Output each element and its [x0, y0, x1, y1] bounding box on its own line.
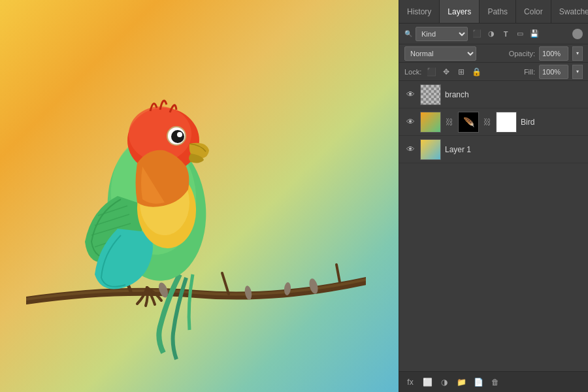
- tab-history[interactable]: History: [399, 0, 440, 23]
- panel-tabs: History Layers Paths Color Swatches: [399, 0, 588, 24]
- fill-label: Fill:: [524, 68, 535, 76]
- layer-white-bird: [496, 112, 517, 133]
- lock-label: Lock:: [404, 68, 421, 76]
- delete-icon[interactable]: 🗑: [489, 376, 501, 388]
- lock-all-icon[interactable]: 🔒: [470, 66, 482, 78]
- fill-arrow[interactable]: ▾: [572, 65, 583, 79]
- tab-color[interactable]: Color: [516, 0, 551, 23]
- lock-position-icon[interactable]: ✥: [440, 66, 452, 78]
- opacity-input[interactable]: [539, 46, 568, 61]
- svg-point-12: [177, 132, 182, 137]
- adjustment-filter-icon[interactable]: ◑: [485, 28, 497, 40]
- search-icon: 🔍: [404, 30, 412, 37]
- tab-swatches[interactable]: Swatches: [551, 0, 588, 23]
- lock-pixels-icon[interactable]: ⬛: [425, 66, 437, 78]
- layer-name-bird: Bird: [521, 118, 583, 127]
- svg-point-11: [171, 130, 184, 143]
- fill-input[interactable]: [539, 65, 568, 79]
- blend-mode-row: Normal Opacity: ▾: [399, 44, 588, 63]
- group-icon[interactable]: 📁: [455, 376, 467, 388]
- panel-bottom: fx ⬜ ◑ 📁 📄 🗑: [399, 371, 588, 392]
- layer-item-layer1[interactable]: 👁 Layer 1: [399, 136, 588, 163]
- kind-select[interactable]: Kind: [416, 27, 468, 41]
- fx-icon[interactable]: fx: [404, 376, 416, 388]
- lock-artboard-icon[interactable]: ⊞: [455, 66, 467, 78]
- filter-toggle[interactable]: [572, 29, 583, 39]
- chain-icon-bird2: ⛓: [483, 118, 492, 127]
- layer-name-branch: branch: [445, 90, 583, 99]
- layer-item-branch[interactable]: 👁 branch: [399, 81, 588, 108]
- chain-icon-bird: ⛓: [445, 118, 454, 127]
- filter-row: 🔍 Kind ⬛ ◑ T ▭ 💾: [399, 24, 588, 44]
- visibility-icon-bird[interactable]: 👁: [404, 116, 416, 128]
- canvas-area: [0, 0, 399, 392]
- new-layer-icon[interactable]: 📄: [472, 376, 484, 388]
- type-filter-icon[interactable]: T: [500, 28, 512, 40]
- layers-panel: History Layers Paths Color Swatches 🔍 Ki…: [399, 0, 588, 392]
- blend-mode-select[interactable]: Normal: [404, 46, 476, 61]
- smart-filter-icon[interactable]: 💾: [529, 28, 540, 40]
- visibility-icon-layer1[interactable]: 👁: [404, 144, 416, 155]
- opacity-arrow[interactable]: ▾: [572, 46, 583, 61]
- lock-row: Lock: ⬛ ✥ ⊞ 🔒 Fill: ▾: [399, 63, 588, 81]
- opacity-label: Opacity:: [509, 50, 535, 57]
- tab-layers[interactable]: Layers: [440, 0, 480, 23]
- shape-filter-icon[interactable]: ▭: [514, 28, 526, 40]
- tab-paths[interactable]: Paths: [480, 0, 516, 23]
- layer-thumb-branch: [420, 84, 441, 105]
- adjustment-icon[interactable]: ◑: [438, 376, 450, 388]
- filter-icons: ⬛ ◑ T ▭ 💾: [471, 28, 540, 40]
- layer-item-bird[interactable]: 👁 ⛓ 🪶 ⛓ Bird: [399, 108, 588, 136]
- parrot-image: [26, 13, 366, 379]
- layers-list: 👁 branch 👁 ⛓ 🪶 ⛓ Bird 👁: [399, 81, 588, 371]
- lock-icons: ⬛ ✥ ⊞ 🔒: [425, 66, 482, 78]
- mask-icon[interactable]: ⬜: [421, 376, 433, 388]
- layer-name-layer1: Layer 1: [445, 145, 583, 154]
- layer-thumb-layer1: [420, 139, 441, 160]
- pixel-filter-icon[interactable]: ⬛: [471, 28, 483, 40]
- layer-mask-bird: 🪶: [458, 112, 479, 133]
- layer-thumb-bird: [420, 112, 441, 133]
- visibility-icon-branch[interactable]: 👁: [404, 89, 416, 101]
